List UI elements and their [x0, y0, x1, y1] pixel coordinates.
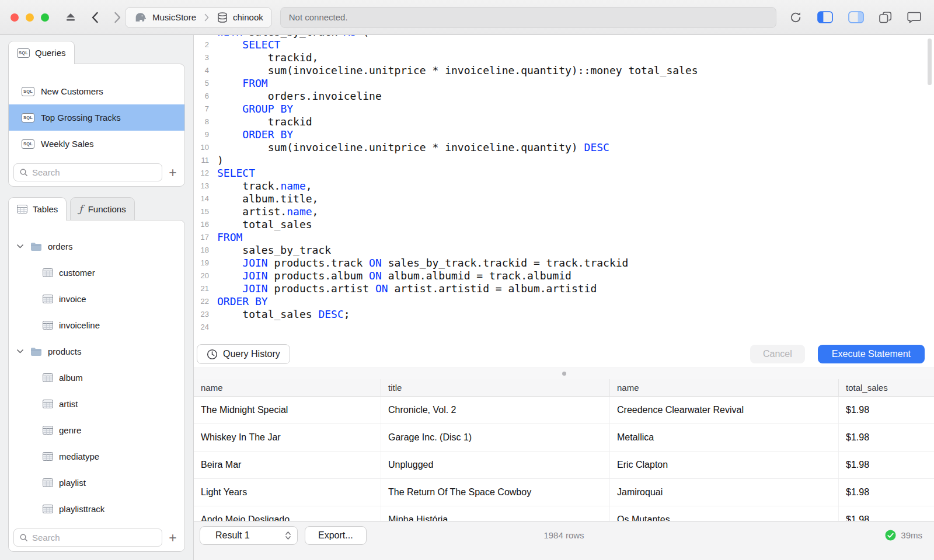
- table-row[interactable]: Beira MarUnpluggedEric Clapton$1.98: [194, 452, 934, 479]
- query-history-button[interactable]: Query History: [197, 344, 290, 364]
- table-icon: [43, 426, 53, 435]
- table-tree-item[interactable]: mediatype: [9, 443, 184, 470]
- eject-button[interactable]: [65, 13, 76, 22]
- tab-functions[interactable]: ƒ Functions: [70, 197, 134, 220]
- table-tree-item[interactable]: customer: [9, 260, 184, 286]
- toggle-right-sidebar-button[interactable]: [848, 11, 864, 23]
- pane-splitter[interactable]: [194, 368, 934, 379]
- close-window-button[interactable]: [11, 13, 19, 22]
- export-button[interactable]: Export...: [305, 526, 367, 545]
- table-tree-item[interactable]: invoiceline: [9, 312, 184, 338]
- code-text: trackid: [209, 116, 312, 128]
- table-tree-item[interactable]: genre: [9, 417, 184, 443]
- function-icon: ƒ: [79, 203, 82, 215]
- sql-editor[interactable]: 1WITH sales_by_track AS (2 SELECT3 track…: [194, 35, 934, 341]
- code-line[interactable]: 13 track.name,: [194, 180, 934, 192]
- code-line[interactable]: 19 JOIN products.track ON sales_by_track…: [194, 257, 934, 270]
- query-list-item[interactable]: SQLWeekly Sales: [9, 131, 184, 157]
- editor-scrollbar[interactable]: [928, 38, 932, 85]
- window-tabs-button[interactable]: [879, 12, 892, 23]
- back-button[interactable]: [91, 12, 99, 23]
- code-line[interactable]: 18 sales_by_track: [194, 244, 934, 257]
- query-list-item[interactable]: SQLTop Grossing Tracks: [9, 104, 184, 131]
- forward-button[interactable]: [114, 12, 121, 23]
- refresh-button[interactable]: [789, 11, 802, 24]
- code-line[interactable]: 5 FROM: [194, 77, 934, 90]
- table-cell: Chronicle, Vol. 2: [381, 397, 610, 424]
- results-column-header[interactable]: name: [610, 379, 839, 396]
- code-line[interactable]: 12SELECT: [194, 167, 934, 180]
- table-label: artist: [59, 399, 78, 409]
- schema-tree-item[interactable]: orders: [9, 233, 184, 260]
- cancel-button[interactable]: Cancel: [750, 345, 805, 363]
- zoom-window-button[interactable]: [41, 13, 49, 22]
- table-search-field[interactable]: [13, 528, 162, 547]
- code-line[interactable]: 6 orders.invoiceline: [194, 90, 934, 103]
- table-tree-item[interactable]: playlisttrack: [9, 496, 184, 522]
- query-history-label: Query History: [223, 349, 280, 359]
- chevron-down-icon[interactable]: [17, 349, 25, 354]
- query-search-field[interactable]: [13, 163, 162, 181]
- add-table-button[interactable]: +: [165, 530, 181, 546]
- chevron-down-icon[interactable]: [17, 244, 25, 249]
- code-line[interactable]: 22ORDER BY: [194, 295, 934, 308]
- query-list-item[interactable]: SQLNew Customers: [9, 78, 184, 104]
- code-line[interactable]: 16 total_sales: [194, 218, 934, 231]
- line-number: 21: [194, 282, 209, 295]
- query-search-input[interactable]: [32, 167, 156, 177]
- results-column-header[interactable]: title: [381, 379, 610, 396]
- code-line[interactable]: 21 JOIN products.artist ON artist.artist…: [194, 282, 934, 295]
- breadcrumb-database[interactable]: chinook: [209, 8, 271, 27]
- schema-tree: orderscustomerinvoiceinvoicelineproducts…: [9, 220, 184, 522]
- line-number: 17: [194, 231, 209, 244]
- feedback-button[interactable]: [907, 12, 921, 23]
- code-text: sales_by_track: [209, 244, 331, 257]
- table-tree-item[interactable]: artist: [9, 391, 184, 417]
- code-text: JOIN products.album ON album.albumid = t…: [209, 270, 571, 282]
- table-label: customer: [59, 268, 95, 278]
- schema-tabs: Tables ƒ Functions: [8, 197, 135, 220]
- code-text: ORDER BY: [209, 295, 268, 308]
- table-cell: Jamiroquai: [610, 479, 839, 506]
- toggle-left-sidebar-button[interactable]: [817, 11, 833, 23]
- code-line[interactable]: 4 sum(invoiceline.unitprice * invoicelin…: [194, 64, 934, 77]
- table-icon: [43, 268, 53, 277]
- line-number: 15: [194, 205, 209, 218]
- code-line[interactable]: 10 sum(invoiceline.unitprice * invoiceli…: [194, 141, 934, 154]
- code-line[interactable]: 3 trackid,: [194, 51, 934, 64]
- line-number: 12: [194, 167, 209, 180]
- results-column-header[interactable]: name: [194, 379, 381, 396]
- code-line[interactable]: 14 album.title,: [194, 192, 934, 205]
- table-icon: [43, 295, 53, 303]
- tab-functions-label: Functions: [88, 204, 126, 214]
- table-row[interactable]: Whiskey In The JarGarage Inc. (Disc 1)Me…: [194, 424, 934, 452]
- tab-tables[interactable]: Tables: [8, 197, 67, 220]
- add-query-button[interactable]: +: [165, 164, 181, 181]
- schema-tree-item[interactable]: products: [9, 338, 184, 365]
- code-line[interactable]: 17FROM: [194, 231, 934, 244]
- result-selector[interactable]: Result 1: [200, 526, 298, 545]
- table-search-input[interactable]: [32, 533, 156, 542]
- breadcrumb-server[interactable]: MusicStore: [126, 8, 204, 27]
- table-row[interactable]: Light YearsThe Return Of The Space Cowbo…: [194, 479, 934, 506]
- table-tree-item[interactable]: playlist: [9, 470, 184, 496]
- code-line[interactable]: 11): [194, 154, 934, 167]
- table-tree-item[interactable]: album: [9, 365, 184, 391]
- table-tree-item[interactable]: invoice: [9, 286, 184, 312]
- code-line[interactable]: 20 JOIN products.album ON album.albumid …: [194, 270, 934, 282]
- code-line[interactable]: 8 trackid: [194, 116, 934, 128]
- minimize-window-button[interactable]: [26, 13, 34, 22]
- results-column-header[interactable]: total_sales: [839, 379, 934, 396]
- code-line[interactable]: 7 GROUP BY: [194, 103, 934, 116]
- code-line[interactable]: 2 SELECT: [194, 38, 934, 51]
- code-text: sum(invoiceline.unitprice * invoiceline.…: [209, 64, 698, 77]
- table-row[interactable]: Ando Meio DesligadoMinha HistóriaOs Muta…: [194, 506, 934, 521]
- chat-bubble-icon: [907, 12, 921, 23]
- code-line[interactable]: 15 artist.name,: [194, 205, 934, 218]
- code-line[interactable]: 24: [194, 321, 934, 334]
- code-line[interactable]: 23 total_sales DESC;: [194, 308, 934, 321]
- execute-statement-button[interactable]: Execute Statement: [818, 345, 925, 363]
- tab-queries[interactable]: SQL Queries: [8, 41, 75, 64]
- table-row[interactable]: The Midnight SpecialChronicle, Vol. 2Cre…: [194, 397, 934, 424]
- code-line[interactable]: 9 ORDER BY: [194, 128, 934, 141]
